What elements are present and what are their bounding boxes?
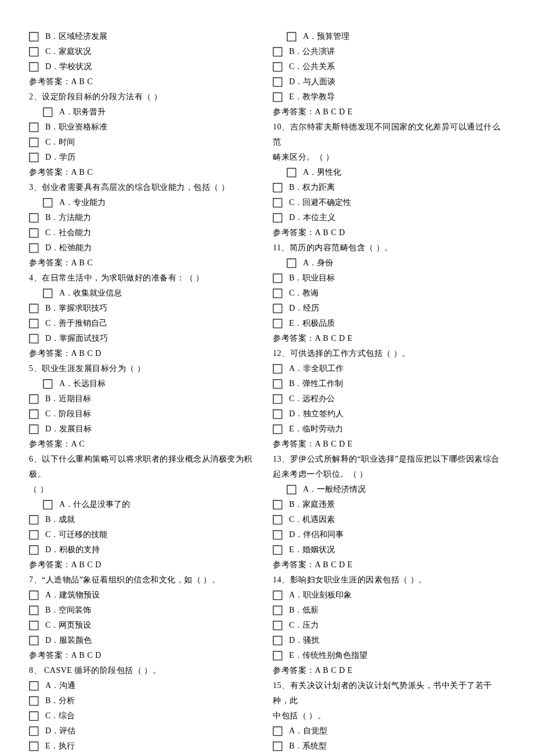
checkbox-icon[interactable] xyxy=(287,485,296,494)
option-row: A．建筑物预设 xyxy=(29,588,261,603)
checkbox-icon[interactable] xyxy=(29,243,38,253)
checkbox-icon[interactable] xyxy=(29,394,38,404)
checkbox-icon[interactable] xyxy=(273,198,282,207)
option-row: B．权力距离 xyxy=(273,180,505,195)
checkbox-icon[interactable] xyxy=(43,198,52,207)
checkbox-icon[interactable] xyxy=(29,711,38,721)
checkbox-icon[interactable] xyxy=(29,153,38,162)
option-row: C．机遇因素 xyxy=(273,512,505,527)
checkbox-icon[interactable] xyxy=(29,32,38,41)
option-row: D．学历 xyxy=(29,150,261,165)
option-row: E．临时劳动力 xyxy=(273,422,505,437)
checkbox-icon[interactable] xyxy=(29,304,38,313)
checkbox-icon[interactable] xyxy=(29,726,38,736)
checkbox-icon[interactable] xyxy=(29,681,38,690)
checkbox-icon[interactable] xyxy=(273,77,282,87)
option-text: D．学校状况 xyxy=(45,59,92,74)
checkbox-icon[interactable] xyxy=(29,621,38,630)
checkbox-icon[interactable] xyxy=(29,409,38,419)
checkbox-icon[interactable] xyxy=(273,500,282,509)
checkbox-icon[interactable] xyxy=(273,530,282,539)
checkbox-icon[interactable] xyxy=(273,591,282,600)
option-row: B．职业资格标准 xyxy=(29,120,261,135)
checkbox-icon[interactable] xyxy=(287,32,296,41)
option-text: E．临时劳动力 xyxy=(289,422,343,437)
option-row: E．执行 xyxy=(29,739,261,754)
checkbox-icon[interactable] xyxy=(43,379,52,388)
option-row: B．成就 xyxy=(29,512,261,527)
checkbox-icon[interactable] xyxy=(29,334,38,343)
answer-text: 参考答案：A B C xyxy=(29,165,261,180)
option-text: C．时间 xyxy=(45,135,75,150)
checkbox-icon[interactable] xyxy=(287,258,296,268)
checkbox-icon[interactable] xyxy=(29,636,38,645)
checkbox-icon[interactable] xyxy=(29,530,38,539)
checkbox-icon[interactable] xyxy=(273,636,282,645)
checkbox-icon[interactable] xyxy=(273,651,282,660)
option-text: E．教学教导 xyxy=(289,89,335,105)
checkbox-icon[interactable] xyxy=(273,62,282,71)
option-text: E．婚姻状况 xyxy=(289,542,335,557)
checkbox-icon[interactable] xyxy=(29,515,38,524)
option-text: B．成就 xyxy=(45,512,75,527)
option-text: B．分析 xyxy=(45,693,75,708)
answer-text: 参考答案：A B C xyxy=(29,255,261,271)
question-text: 4、在日常生活中，为求职做好的准备有：（ ） xyxy=(29,271,261,286)
checkbox-icon[interactable] xyxy=(29,696,38,705)
checkbox-icon[interactable] xyxy=(273,213,282,222)
option-text: D．积极的支持 xyxy=(45,542,100,557)
answer-text: 参考答案：A B C D xyxy=(29,557,261,573)
checkbox-icon[interactable] xyxy=(29,319,38,328)
checkbox-icon[interactable] xyxy=(29,47,38,56)
option-text: B．掌握求职技巧 xyxy=(45,301,107,316)
checkbox-icon[interactable] xyxy=(273,92,282,102)
option-row: D．与人面谈 xyxy=(273,74,505,89)
checkbox-icon[interactable] xyxy=(29,591,38,600)
checkbox-icon[interactable] xyxy=(43,107,52,117)
checkbox-icon[interactable] xyxy=(29,228,38,237)
checkbox-icon[interactable] xyxy=(273,726,282,736)
checkbox-icon[interactable] xyxy=(273,545,282,555)
checkbox-icon[interactable] xyxy=(273,515,282,524)
checkbox-icon[interactable] xyxy=(273,379,282,388)
checkbox-icon[interactable] xyxy=(273,409,282,419)
checkbox-icon[interactable] xyxy=(29,606,38,615)
checkbox-icon[interactable] xyxy=(273,289,282,298)
checkbox-icon[interactable] xyxy=(273,47,282,56)
checkbox-icon[interactable] xyxy=(273,606,282,615)
checkbox-icon[interactable] xyxy=(273,394,282,404)
option-text: D．伴侣和同事 xyxy=(289,527,344,542)
checkbox-icon[interactable] xyxy=(29,213,38,222)
checkbox-icon[interactable] xyxy=(29,62,38,71)
checkbox-icon[interactable] xyxy=(29,138,38,147)
question-text: 12、可供选择的工作方式包括（ ）。 xyxy=(273,346,505,361)
option-text: E．积极品质 xyxy=(289,316,335,331)
option-row: C．善于推销自己 xyxy=(29,316,261,331)
checkbox-icon[interactable] xyxy=(43,500,52,509)
question-text: 7、“人造物品”象征着组织的信念和文化，如（ ）。 xyxy=(29,573,261,588)
checkbox-icon[interactable] xyxy=(273,424,282,434)
answer-text: 参考答案：A B C D E xyxy=(273,105,505,120)
option-text: A．预算管理 xyxy=(303,29,349,44)
checkbox-icon[interactable] xyxy=(29,741,38,751)
option-row: B．分析 xyxy=(29,693,261,708)
option-row: B．低薪 xyxy=(273,603,505,618)
checkbox-icon[interactable] xyxy=(29,545,38,555)
checkbox-icon[interactable] xyxy=(273,364,282,373)
option-row: D．积极的支持 xyxy=(29,542,261,557)
checkbox-icon[interactable] xyxy=(273,621,282,630)
checkbox-icon[interactable] xyxy=(29,424,38,434)
checkbox-icon[interactable] xyxy=(273,741,282,751)
checkbox-icon[interactable] xyxy=(273,319,282,328)
option-text: B．低薪 xyxy=(289,603,319,618)
option-row: E．积极品质 xyxy=(273,316,505,331)
checkbox-icon[interactable] xyxy=(287,168,296,177)
checkbox-icon[interactable] xyxy=(43,289,52,298)
checkbox-icon[interactable] xyxy=(29,123,38,132)
option-text: E．执行 xyxy=(45,739,75,754)
checkbox-icon[interactable] xyxy=(273,304,282,313)
checkbox-icon[interactable] xyxy=(273,273,282,283)
option-row: C．网页预设 xyxy=(29,618,261,633)
option-text: A．职业刻板印象 xyxy=(289,588,352,603)
checkbox-icon[interactable] xyxy=(273,183,282,192)
